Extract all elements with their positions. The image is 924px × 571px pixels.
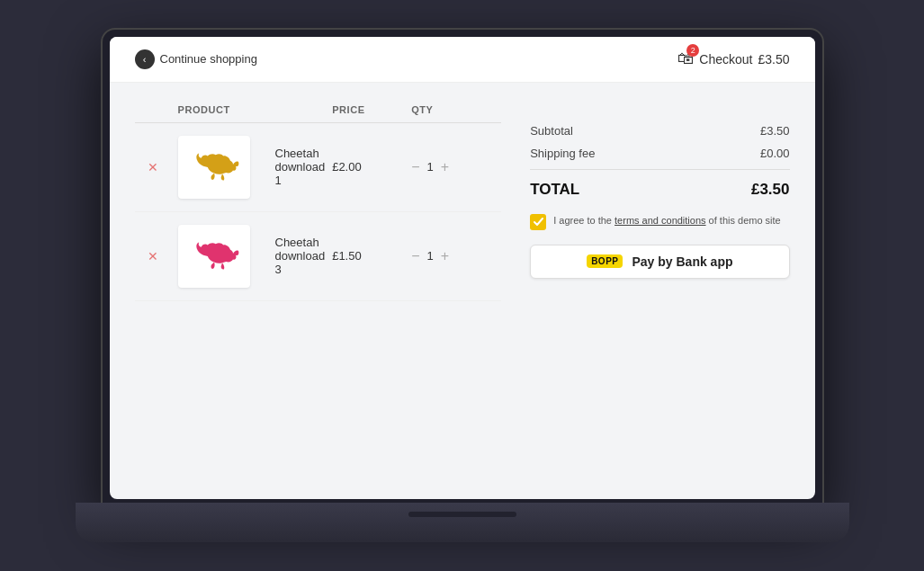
cart-badge: 2	[686, 44, 699, 57]
bopp-badge: BOPP	[587, 254, 623, 268]
cart-section: PRODUCT PRICE QTY ✕	[135, 97, 502, 485]
cheetah-pink-icon	[187, 234, 241, 279]
col-qty: QTY	[411, 104, 501, 115]
terms-checkbox[interactable]	[530, 214, 546, 230]
subtotal-label: Subtotal	[530, 124, 573, 138]
pay-button-label: Pay by Bank app	[632, 254, 732, 269]
checkout-button[interactable]: 🛍 2 Checkout £3.50	[677, 49, 789, 68]
cart-table-header: PRODUCT PRICE QTY	[135, 97, 502, 123]
qty-decrease-1[interactable]: −	[411, 160, 419, 174]
cart-table: PRODUCT PRICE QTY ✕	[135, 97, 502, 301]
cart-icon: 🛍 2	[677, 49, 694, 68]
subtotal-value: £3.50	[760, 124, 790, 138]
remove-item-2-button[interactable]: ✕	[135, 249, 171, 263]
remove-item-1-button[interactable]: ✕	[135, 160, 171, 174]
product-price-2: £1.50	[332, 249, 404, 263]
total-label: TOTAL	[530, 181, 579, 199]
product-thumb-1	[178, 136, 250, 199]
qty-decrease-2[interactable]: −	[411, 249, 419, 263]
cheetah-yellow-icon	[187, 145, 241, 190]
product-name-1: Cheetah download 1	[275, 147, 326, 187]
terms-row: I agree to the terms and conditions of t…	[530, 213, 789, 230]
page-header: ‹ Continue shopping 🛍 2 Checkout £3.50	[110, 37, 815, 83]
qty-control-1: − 1 +	[411, 160, 501, 174]
qty-increase-1[interactable]: +	[441, 160, 449, 174]
total-row: TOTAL £3.50	[530, 169, 789, 199]
product-name-2: Cheetah download 3	[275, 236, 326, 276]
qty-value-2: 1	[427, 249, 434, 263]
main-content: PRODUCT PRICE QTY ✕	[110, 83, 815, 499]
terms-link[interactable]: terms and conditions	[615, 215, 706, 226]
table-row: ✕ Cheetah download 1	[135, 123, 502, 212]
order-summary: Subtotal £3.50 Shipping fee £0.00 TOTAL …	[530, 97, 789, 485]
checkout-price: £3.50	[758, 52, 789, 67]
checkout-label: Checkout	[699, 52, 752, 67]
shipping-row: Shipping fee £0.00	[530, 147, 789, 160]
total-value: £3.50	[751, 181, 790, 199]
qty-control-2: − 1 +	[411, 249, 501, 263]
terms-text: I agree to the terms and conditions of t…	[553, 213, 781, 228]
qty-value-1: 1	[427, 160, 434, 174]
continue-shopping-link[interactable]: ‹ Continue shopping	[135, 49, 257, 69]
col-price: PRICE	[332, 104, 404, 115]
col-product: PRODUCT	[178, 104, 268, 115]
qty-increase-2[interactable]: +	[441, 249, 449, 263]
back-icon: ‹	[135, 49, 155, 69]
product-thumb-2	[178, 225, 250, 288]
pay-by-bank-button[interactable]: BOPP Pay by Bank app	[530, 245, 789, 279]
product-price-1: £2.00	[332, 160, 404, 174]
shipping-value: £0.00	[760, 147, 790, 160]
subtotal-row: Subtotal £3.50	[530, 124, 789, 138]
laptop-base	[76, 503, 849, 542]
shipping-label: Shipping fee	[530, 147, 595, 160]
check-icon	[534, 218, 543, 226]
table-row: ✕ Cheetah download 3	[135, 212, 502, 301]
continue-shopping-label: Continue shopping	[160, 52, 257, 66]
